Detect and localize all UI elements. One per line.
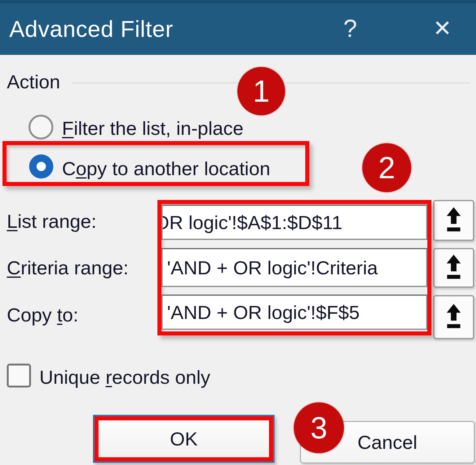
dialog-title: Advanced Filter — [9, 0, 173, 55]
list-range-label: List range: — [7, 210, 97, 232]
collapse-dialog-icon — [443, 304, 464, 330]
title-bar: Advanced Filter ? ✕ — [0, 0, 476, 55]
highlight-box-ok: OK — [95, 416, 273, 461]
list-range-value: OR logic'!$A$1:$D$11 — [161, 211, 342, 233]
ok-button[interactable]: OK — [99, 420, 269, 457]
label-accel: L — [7, 210, 17, 232]
label-post: ilter the list, in-place — [74, 117, 244, 139]
criteria-range-selector-button[interactable] — [433, 248, 474, 288]
collapse-dialog-icon — [443, 207, 464, 234]
label-accel: C — [7, 257, 21, 278]
help-icon[interactable]: ? — [336, 0, 364, 55]
collapse-dialog-icon — [443, 255, 464, 281]
annotation-step-2-badge: 2 — [362, 143, 411, 192]
copy-to-value: 'AND + OR logic'!$F$5 — [163, 301, 360, 323]
label-post: ecords only — [112, 366, 210, 388]
action-group-label: Action — [7, 71, 60, 93]
criteria-range-label: Criteria range: — [7, 257, 129, 279]
label-post: py to another location — [86, 158, 270, 179]
label-accel: F — [62, 117, 74, 139]
copy-to-label: Copy to: — [7, 304, 78, 326]
label-accel: o — [76, 158, 86, 179]
radio-dot — [37, 162, 46, 171]
copy-to-input[interactable]: 'AND + OR logic'!$F$5 — [161, 294, 427, 330]
checkbox-unchecked-icon — [7, 364, 31, 388]
list-range-input[interactable]: OR logic'!$A$1:$D$11 — [161, 205, 427, 240]
label-accel: r — [106, 366, 112, 388]
label-pre: Unique — [39, 366, 106, 388]
copy-to-selector-button[interactable] — [433, 295, 474, 339]
criteria-range-value: 'AND + OR logic'!Criteria — [163, 257, 378, 279]
radio-unselected-icon — [29, 115, 53, 140]
annotation-step-1-badge: 1 — [237, 67, 285, 115]
label-pre: C — [62, 158, 76, 179]
label-post: riteria range: — [21, 257, 129, 278]
advanced-filter-dialog: Advanced Filter ? ✕ Action 1 Filter the … — [0, 0, 476, 465]
label-accel: t — [57, 304, 62, 326]
close-icon[interactable]: ✕ — [428, 0, 457, 55]
ok-button-default-frame: OK — [93, 415, 275, 463]
criteria-range-input[interactable]: 'AND + OR logic'!Criteria — [161, 248, 427, 287]
unique-records-label: Unique records only — [39, 366, 210, 388]
radio-filter-in-place-label: Filter the list, in-place — [62, 117, 244, 139]
annotation-step-3-badge: 3 — [294, 402, 344, 453]
radio-copy-location-label: Copy to another location — [62, 157, 270, 179]
label-post: o: — [62, 304, 78, 326]
label-pre: Copy — [7, 304, 57, 326]
label-post: ist range: — [17, 210, 96, 232]
list-range-selector-button[interactable] — [433, 200, 474, 241]
radio-selected-icon — [29, 154, 53, 179]
